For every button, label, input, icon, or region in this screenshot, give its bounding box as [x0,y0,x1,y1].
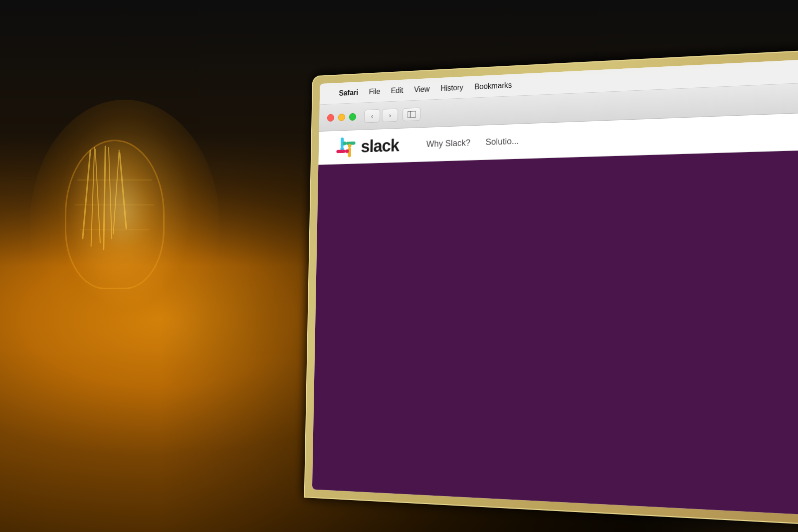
back-button[interactable]: ‹ [364,109,381,123]
slack-nav-why[interactable]: Why Slack? [426,138,471,149]
filament-ring-2 [75,204,155,205]
bookmarks-menu[interactable]: Bookmarks [474,81,512,91]
forward-button[interactable]: › [382,108,399,122]
laptop-frame: Safari File Edit View History Bookmarks [304,48,798,527]
traffic-lights [327,113,356,121]
slack-nav-solutions[interactable]: Solutio... [485,136,519,148]
close-button[interactable] [327,114,334,121]
history-menu[interactable]: History [440,83,463,93]
svg-rect-0 [407,111,416,118]
maximize-button[interactable] [349,113,356,120]
slack-hero-section [312,149,798,517]
slack-nav-items: Why Slack? Solutio... [426,136,519,149]
laptop: Safari File Edit View History Bookmarks [304,48,798,527]
screen-content: Safari File Edit View History Bookmarks [312,58,798,517]
filament-ring-3 [80,229,150,230]
slack-logo-icon [336,137,356,158]
slack-logo-area: slack [336,135,399,158]
file-menu[interactable]: File [369,87,380,96]
website-content: slack Why Slack? Solutio... [312,112,798,517]
scene: Safari File Edit View History Bookmarks [0,0,798,532]
minimize-button[interactable] [338,113,345,121]
toolbar-spacer [425,98,798,114]
view-menu[interactable]: View [414,85,429,94]
nav-buttons: ‹ › [364,108,399,123]
filament-ring-1 [77,179,152,180]
screen-bezel: Safari File Edit View History Bookmarks [312,58,798,517]
sidebar-button[interactable] [402,107,421,121]
edit-menu[interactable]: Edit [391,86,403,95]
lamp-body [50,140,180,349]
slack-logo-text: slack [361,136,399,157]
safari-menu[interactable]: Safari [339,88,358,98]
sidebar-icon [407,111,416,118]
